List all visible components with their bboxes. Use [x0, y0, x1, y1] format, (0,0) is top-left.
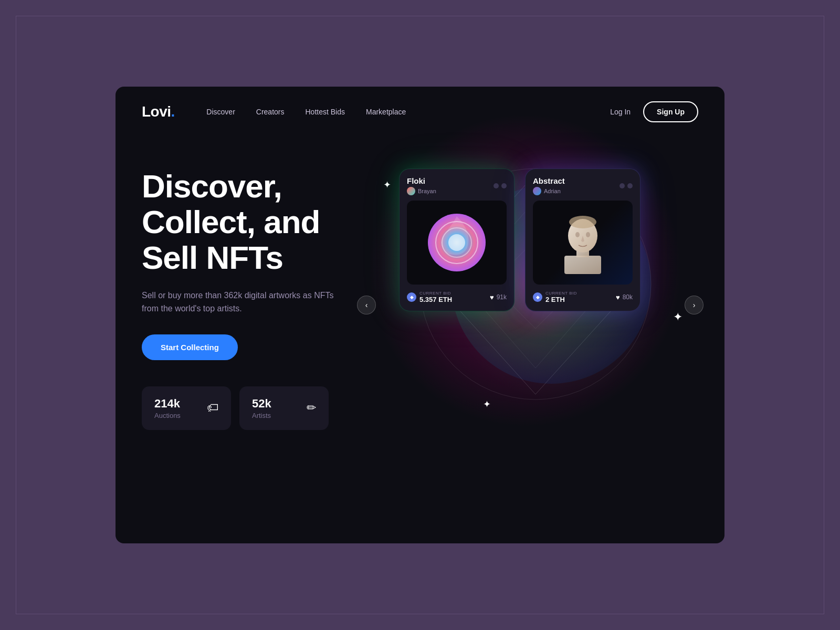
- floki-creator-avatar: [407, 187, 415, 195]
- abstract-bid-value: 2 ETH: [545, 296, 577, 303]
- nav-creators[interactable]: Creators: [256, 108, 285, 116]
- auctions-number: 214k: [154, 397, 181, 411]
- shell-svg: [425, 211, 488, 274]
- nft-floki-name: Floki: [407, 176, 436, 185]
- abstract-creator-avatar: [533, 187, 541, 195]
- floki-likes: 91k: [497, 293, 507, 301]
- sparkle-2: ✦: [483, 398, 491, 410]
- eth-icon-abstract: ◆: [533, 292, 542, 302]
- stat-artists: 52k Artists ✏: [239, 386, 329, 430]
- floki-creator-name: Brayan: [418, 188, 436, 194]
- stat-auctions: 214k Auctions 🏷: [142, 386, 231, 430]
- logo-text: Lovi: [142, 103, 171, 120]
- auctions-icon: 🏷: [207, 401, 218, 415]
- hero-section: Discover, Collect, and Sell NFTs Sell or…: [116, 137, 724, 457]
- logo[interactable]: Lovi .: [142, 103, 175, 120]
- artists-number: 52k: [252, 397, 271, 411]
- sparkle-1: ✦: [383, 179, 391, 191]
- nav-actions: Log In Sign Up: [610, 101, 698, 122]
- main-window: Lovi . Discover Creators Hottest Bids Ma…: [116, 87, 724, 543]
- login-button[interactable]: Log In: [610, 108, 631, 116]
- auctions-label: Auctions: [154, 412, 181, 419]
- carousel-left-button[interactable]: ‹: [357, 296, 376, 314]
- heart-icon-abstract: ♥: [616, 293, 620, 301]
- nav-hottest-bids[interactable]: Hottest Bids: [306, 108, 345, 116]
- bust-svg: [556, 208, 609, 277]
- nft-card-abstract[interactable]: Abstract Adrian: [525, 169, 640, 311]
- abstract-likes: 80k: [623, 293, 633, 301]
- artists-label: Artists: [252, 412, 271, 419]
- card-menu-dots[interactable]: [494, 183, 507, 188]
- nft-abstract-name: Abstract: [533, 176, 565, 185]
- nft-card-floki[interactable]: Floki Brayan: [399, 169, 514, 311]
- nav-marketplace[interactable]: Marketplace: [366, 108, 406, 116]
- floki-bid-value: 5.357 ETH: [419, 296, 452, 303]
- svg-point-12: [575, 232, 580, 237]
- svg-rect-8: [564, 256, 601, 274]
- carousel-right-button[interactable]: ›: [685, 296, 704, 314]
- abstract-creator-name: Adrian: [544, 188, 561, 194]
- nav-discover[interactable]: Discover: [206, 108, 235, 116]
- hero-right: ✦ ✦ ✦ ‹ Floki Brayan: [383, 153, 698, 457]
- svg-point-13: [586, 232, 590, 237]
- start-collecting-button[interactable]: Start Collecting: [142, 334, 238, 360]
- sparkle-3: ✦: [673, 310, 682, 324]
- hero-title: Discover, Collect, and Sell NFTs: [142, 169, 383, 276]
- navbar: Lovi . Discover Creators Hottest Bids Ma…: [116, 87, 724, 137]
- stats-row: 214k Auctions 🏷 52k Artists ✏: [142, 386, 383, 430]
- abstract-image: [533, 201, 633, 285]
- heart-icon-floki: ♥: [490, 293, 494, 301]
- abstract-card-menu-dots[interactable]: [620, 183, 633, 188]
- eth-icon-floki: ◆: [407, 292, 416, 302]
- svg-point-11: [569, 216, 596, 228]
- abstract-bid-label: CURRENT BID: [545, 291, 577, 296]
- artists-icon: ✏: [307, 401, 316, 415]
- floki-bid-label: CURRENT BID: [419, 291, 452, 296]
- hero-left: Discover, Collect, and Sell NFTs Sell or…: [142, 153, 383, 430]
- floki-image: [407, 201, 507, 285]
- nav-links: Discover Creators Hottest Bids Marketpla…: [206, 108, 610, 116]
- hero-subtitle: Sell or buy more than 362k digital artwo…: [142, 289, 341, 316]
- nft-cards-container: Floki Brayan: [399, 169, 640, 311]
- logo-dot: .: [171, 103, 175, 120]
- signup-button[interactable]: Sign Up: [643, 101, 698, 122]
